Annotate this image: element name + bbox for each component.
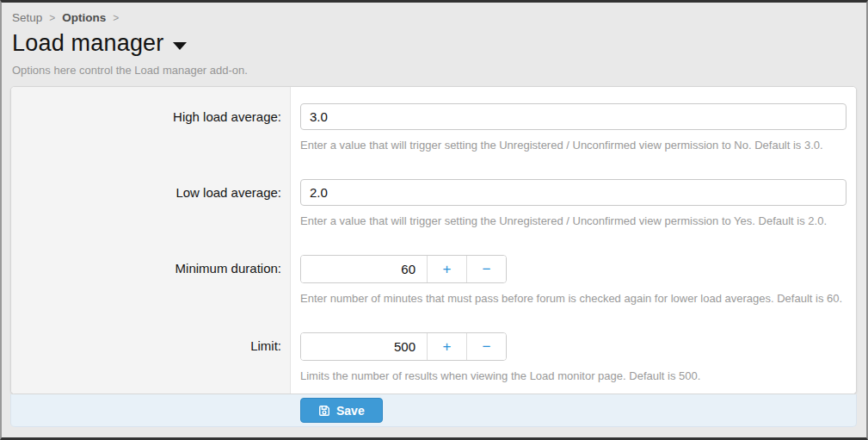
increment-button[interactable]: + [427, 256, 466, 282]
breadcrumb-setup[interactable]: Setup [12, 11, 42, 24]
page-title-menu[interactable]: Load manager [12, 30, 858, 57]
label-cell: Limit: [11, 316, 291, 394]
form-footer: Save [10, 394, 857, 427]
limit-stepper: + − [300, 332, 507, 361]
minimum-duration-label: Minimum duration: [175, 255, 281, 282]
breadcrumb-separator-icon: > [113, 12, 119, 24]
high-load-average-label: High load average: [173, 103, 281, 130]
content-cell: + − Limits the number of results when vi… [291, 316, 856, 394]
low-load-average-hint: Enter a value that will trigger setting … [300, 214, 846, 228]
decrement-button[interactable]: − [466, 256, 506, 282]
breadcrumb-options[interactable]: Options [62, 11, 106, 24]
page-subtitle: Options here control the Load manager ad… [12, 64, 858, 77]
page-header: Setup > Options > Load manager Options h… [2, 3, 866, 86]
low-load-average-input[interactable] [300, 179, 846, 206]
page-title: Load manager [12, 30, 164, 57]
limit-hint: Limits the number of results when viewin… [300, 369, 846, 383]
content-cell: + − Enter number of minutes that must pa… [291, 239, 856, 316]
form-row-high-load-average: High load average: Enter a value that wi… [11, 87, 856, 163]
chevron-down-icon[interactable] [173, 42, 187, 50]
breadcrumb: Setup > Options > [12, 11, 858, 24]
save-floppy-icon [318, 405, 330, 417]
increment-button[interactable]: + [427, 333, 466, 360]
save-button-label: Save [336, 404, 365, 418]
content-cell: Enter a value that will trigger setting … [291, 163, 856, 239]
minimum-duration-hint: Enter number of minutes that must pass b… [300, 292, 846, 306]
minimum-duration-stepper: + − [300, 255, 507, 283]
label-cell: Low load average: [11, 163, 291, 239]
breadcrumb-separator-icon: > [49, 12, 55, 24]
decrement-button[interactable]: − [466, 333, 506, 360]
high-load-average-input[interactable] [300, 103, 846, 130]
label-cell: High load average: [11, 87, 291, 163]
form-row-minimum-duration: Minimum duration: + − Enter number of mi… [11, 239, 856, 316]
form-row-low-load-average: Low load average: Enter a value that wil… [11, 163, 856, 239]
save-button[interactable]: Save [300, 398, 383, 423]
minimum-duration-input[interactable] [301, 256, 427, 282]
high-load-average-hint: Enter a value that will trigger setting … [300, 139, 846, 152]
low-load-average-label: Low load average: [175, 179, 281, 206]
limit-input[interactable] [301, 333, 427, 360]
content-cell: Enter a value that will trigger setting … [291, 87, 856, 163]
options-form: High load average: Enter a value that wi… [10, 86, 857, 394]
label-cell: Minimum duration: [11, 239, 291, 316]
limit-label: Limit: [250, 332, 281, 359]
form-row-limit: Limit: + − Limits the number of results … [11, 316, 856, 394]
